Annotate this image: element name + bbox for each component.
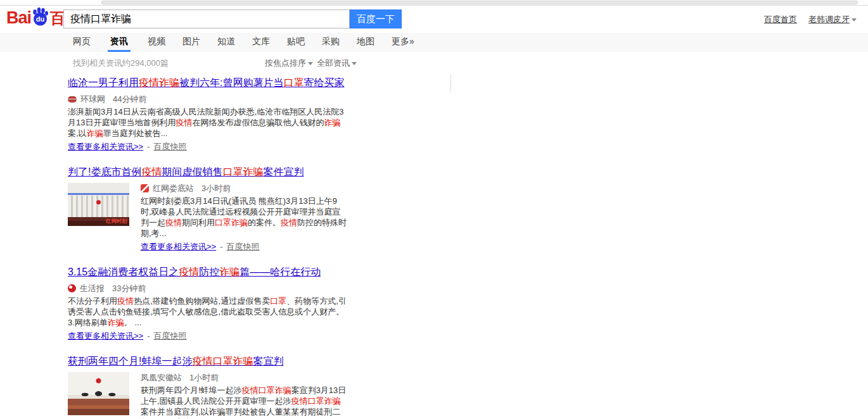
tab-more[interactable]: 更多» bbox=[392, 33, 414, 52]
highlighted-keyword: 疫情 bbox=[165, 218, 182, 227]
plain-text: 。 ... bbox=[124, 318, 141, 327]
logo-text-bai: Bai bbox=[6, 8, 31, 28]
result-links: 查看更多相关资讯>>-百度快照 bbox=[141, 241, 347, 252]
source-name: 红网娄底站 bbox=[153, 183, 194, 194]
search-input[interactable] bbox=[63, 9, 350, 28]
result-body-row: 凤凰安徽站1小时前获刑两年四个月!蚌埠一起涉疫情口罩诈骗案宣判3月13日上午,固… bbox=[68, 372, 347, 419]
highlighted-keyword: 口罩 bbox=[270, 296, 286, 306]
result-body-row: 生活报33分钟前不法分子利用疫情热点,搭建钓鱼购物网站,通过虚假售卖口罩、药物等… bbox=[68, 283, 347, 341]
plain-text: 被判六年:曾网购薯片当 bbox=[179, 77, 283, 88]
tab-news[interactable]: 资讯 bbox=[108, 33, 131, 52]
tab-web[interactable]: 网页 bbox=[73, 33, 91, 52]
link-separator: - bbox=[147, 331, 150, 341]
top-right-links: 百度首页 老韩调皮牙 bbox=[764, 14, 857, 25]
tab-tieba[interactable]: 贴吧 bbox=[287, 33, 305, 52]
baidu-home-link[interactable]: 百度首页 bbox=[764, 14, 797, 25]
more-related-link[interactable]: 查看更多相关资讯>> bbox=[141, 242, 216, 251]
highlighted-keyword: 疫情诈骗 bbox=[139, 77, 179, 88]
result-meta: 生活报33分钟前 bbox=[68, 283, 347, 294]
plain-text: 获刑两年四个月!蚌埠一起涉 bbox=[68, 356, 192, 366]
plain-text: 在网络发布虚假信息骗取他人钱财的 bbox=[192, 118, 324, 127]
publish-time: 1小时前 bbox=[189, 372, 219, 383]
cache-link[interactable]: 百度快照 bbox=[154, 331, 187, 341]
result-meta: 红网娄底站3小时前 bbox=[141, 183, 347, 194]
baidu-paw-icon: du bbox=[30, 6, 51, 27]
highlighted-keyword: 疫情口罩诈骗 bbox=[192, 356, 253, 366]
plain-text: 寄给买家 bbox=[303, 77, 344, 88]
tab-map[interactable]: 地图 bbox=[357, 33, 374, 52]
highlighted-keyword: 口罩 bbox=[283, 77, 303, 88]
result-thumbnail[interactable] bbox=[68, 372, 129, 415]
result-stats: 找到相关资讯约294,000篇 bbox=[73, 58, 169, 69]
more-related-link[interactable]: 查看更多相关资讯>> bbox=[68, 331, 143, 341]
highlighted-keyword: 疫情口罩诈骗 bbox=[291, 396, 341, 406]
plain-text: 期间虚假销售 bbox=[162, 166, 222, 177]
vertical-nav-bar: 网页资讯视频图片知道文库贴吧采购地图更多» bbox=[0, 33, 868, 52]
plain-text: 防控 bbox=[199, 266, 219, 277]
publish-time: 44分钟前 bbox=[113, 94, 146, 104]
search-result: 3.15金融消费者权益日之疫情防控诈骗篇——哈行在行动生活报33分钟前不法分子利… bbox=[68, 266, 347, 341]
highlighted-keyword: 疫情 bbox=[281, 218, 297, 227]
highlighted-keyword: 疫情 bbox=[117, 296, 134, 306]
publish-time: 33分钟前 bbox=[112, 283, 146, 294]
more-related-link[interactable]: 查看更多相关资讯>> bbox=[68, 142, 143, 151]
highlighted-keyword: 疫情 bbox=[141, 166, 162, 177]
plain-text: 3.15金融消费者权益日之 bbox=[68, 266, 179, 277]
source-logo-icon bbox=[141, 184, 149, 192]
highlighted-keyword: 口罩诈骗 bbox=[222, 166, 263, 177]
plain-text: 判了!娄底市首例 bbox=[68, 166, 141, 177]
sort-label: 按焦点排序 bbox=[265, 58, 306, 68]
plain-text: 热点,搭建钓鱼购物网站,通过虚假售卖 bbox=[134, 296, 270, 306]
highlighted-keyword: 诈骗 bbox=[219, 266, 239, 277]
highlighted-keyword: 骗 bbox=[239, 218, 248, 227]
result-body: 红网娄底站3小时前红网时刻娄底3月14日讯(通讯员 熊燕红)3月13日上午9时,… bbox=[141, 183, 347, 252]
tab-caigou[interactable]: 采购 bbox=[322, 33, 340, 52]
search-button[interactable]: 百度一下 bbox=[350, 9, 402, 28]
source-logo-icon bbox=[68, 284, 76, 292]
cache-link[interactable]: 百度快照 bbox=[154, 142, 187, 151]
link-separator: - bbox=[220, 242, 222, 251]
browser-chrome-strip bbox=[0, 0, 868, 6]
username: 老韩调皮牙 bbox=[808, 15, 850, 24]
result-snippet: 澎湃新闻3月14日从云南省高级人民法院新闻办获悉,临沧市临翔区人民法院3月13日… bbox=[68, 106, 347, 139]
tab-zhidao[interactable]: 知道 bbox=[217, 33, 235, 52]
cache-link[interactable]: 百度快照 bbox=[227, 242, 260, 251]
nav-tabs: 网页资讯视频图片知道文库贴吧采购地图更多» bbox=[0, 33, 868, 52]
svg-text:du: du bbox=[36, 15, 44, 23]
filter-label: 全部资讯 bbox=[317, 58, 350, 68]
result-body: 凤凰安徽站1小时前获刑两年四个月!蚌埠一起涉疫情口罩诈骗案宣判3月13日上午,固… bbox=[141, 372, 347, 419]
result-title-link[interactable]: 3.15金融消费者权益日之疫情防控诈骗篇——哈行在行动 bbox=[68, 266, 321, 278]
highlighted-keyword: 诈骗 bbox=[87, 128, 103, 138]
result-links: 查看更多相关资讯>>-百度快照 bbox=[68, 330, 347, 341]
filter-dropdown[interactable]: 全部资讯 bbox=[317, 58, 357, 69]
tab-image[interactable]: 图片 bbox=[182, 33, 200, 52]
highlighted-keyword: 诈骗 bbox=[108, 318, 124, 327]
result-thumbnail[interactable] bbox=[68, 183, 129, 226]
result-title-link[interactable]: 获刑两年四个月!蚌埠一起涉疫情口罩诈骗案宣判 bbox=[68, 355, 283, 368]
plain-text: 案宣判 bbox=[253, 356, 283, 366]
user-account-link[interactable]: 老韩调皮牙 bbox=[808, 14, 857, 25]
highlighted-keyword: 诈骗 bbox=[324, 118, 340, 127]
result-meta: 环球网44分钟前 bbox=[68, 94, 347, 104]
result-body: 生活报33分钟前不法分子利用疫情热点,搭建钓鱼购物网站,通过虚假售卖口罩、药物等… bbox=[68, 283, 347, 341]
plain-text: 案件宣判 bbox=[263, 166, 303, 177]
result-title-link[interactable]: 临沧一男子利用疫情诈骗被判六年:曾网购薯片当口罩寄给买家 bbox=[68, 77, 344, 89]
source-logo-icon bbox=[68, 96, 77, 103]
plain-text: 期间利用 bbox=[182, 218, 215, 227]
result-title-link[interactable]: 判了!娄底市首例疫情期间虚假销售口罩诈骗案件宣判 bbox=[68, 166, 303, 178]
sort-dropdown[interactable]: 按焦点排序 bbox=[265, 58, 313, 69]
horizontal-scrollbar[interactable] bbox=[101, 1, 858, 4]
result-body-row: 红网娄底站3小时前红网时刻娄底3月14日讯(通讯员 熊燕红)3月13日上午9时,… bbox=[68, 183, 347, 252]
tab-wenku[interactable]: 文库 bbox=[252, 33, 270, 52]
plain-text: 篇——哈行在行动 bbox=[239, 266, 321, 277]
content-right-divider bbox=[450, 75, 451, 92]
plain-text: 临沧一男子利用 bbox=[68, 77, 139, 88]
search-result: 判了!娄底市首例疫情期间虚假销售口罩诈骗案件宣判红网娄底站3小时前红网时刻娄底3… bbox=[68, 166, 347, 252]
caret-down-icon bbox=[308, 62, 313, 65]
caret-down-icon bbox=[352, 62, 357, 65]
source-name: 生活报 bbox=[80, 283, 105, 294]
result-body-row: 环球网44分钟前澎湃新闻3月14日从云南省高级人民法院新闻办获悉,临沧市临翔区人… bbox=[68, 94, 347, 152]
publish-time: 3小时前 bbox=[201, 183, 231, 194]
result-snippet: 获刑两年四个月!蚌埠一起涉疫情口罩诈骗案宣判3月13日上午,固镇县人民法院公开开… bbox=[141, 385, 347, 419]
tab-video[interactable]: 视频 bbox=[148, 33, 165, 52]
